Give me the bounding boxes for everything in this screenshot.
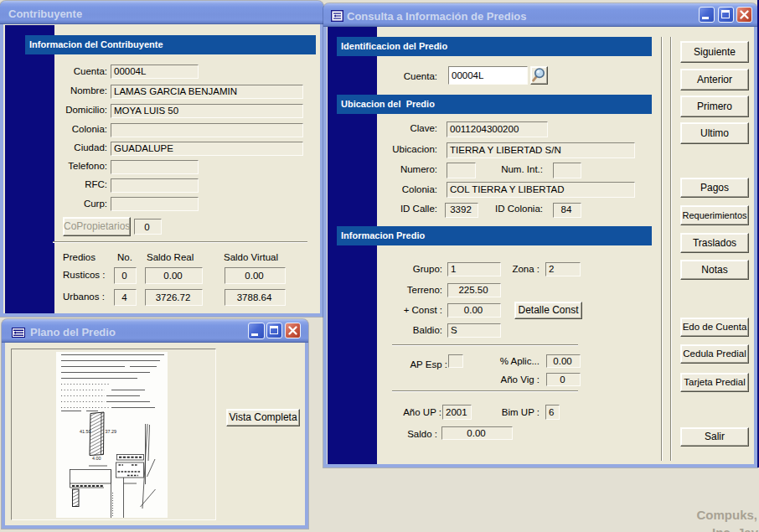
svg-text:41.50: 41.50 [80, 429, 91, 434]
svg-text:4.00: 4.00 [92, 456, 101, 461]
svg-text:37.29: 37.29 [106, 429, 117, 434]
